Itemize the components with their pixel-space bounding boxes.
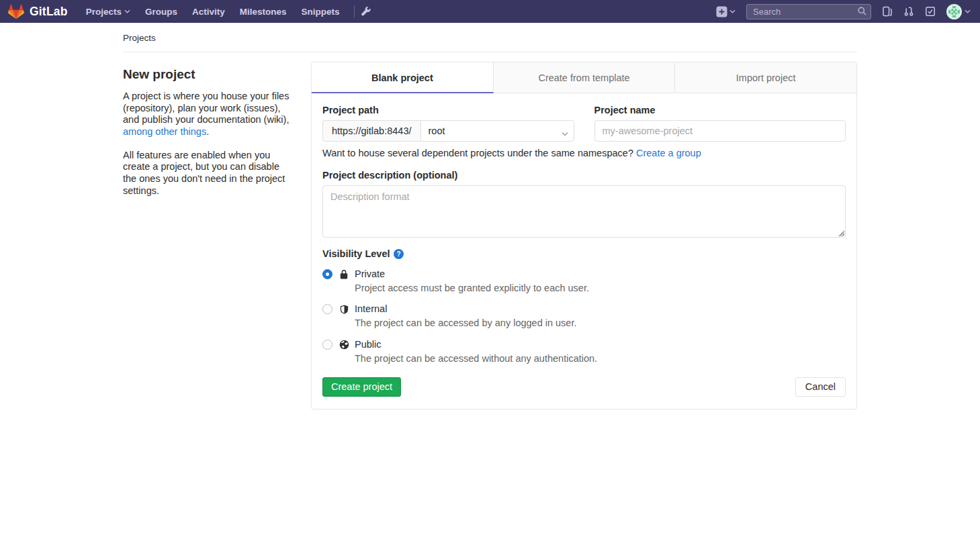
internal-radio[interactable] [322, 304, 332, 314]
namespace-select[interactable]: root [420, 120, 574, 142]
new-project-card: Blank project Create from template Impor… [311, 62, 857, 409]
visibility-level-label: Visibility Level [322, 248, 390, 259]
merge-requests-button[interactable] [903, 6, 914, 17]
tab-create-from-template[interactable]: Create from template [494, 62, 676, 93]
main-content: New project A project is where you house… [123, 62, 857, 450]
tab-blank-project[interactable]: Blank project [312, 62, 494, 93]
namespace-hint: Want to house several dependent projects… [322, 148, 846, 158]
new-menu-button[interactable] [716, 6, 736, 17]
resize-handle[interactable] [838, 230, 844, 236]
visibility-option-name: Public [355, 339, 382, 350]
url-prefix: https://gitlab:8443/ [322, 120, 420, 142]
project-path-label: Project path [322, 105, 574, 115]
nav-item-projects[interactable]: Projects [79, 0, 138, 23]
nav-item-milestones[interactable]: Milestones [232, 0, 294, 23]
visibility-option-name: Private [355, 268, 385, 279]
svg-text:?: ? [397, 250, 401, 258]
merge-request-icon [903, 6, 914, 17]
tab-import-project[interactable]: Import project [675, 62, 856, 93]
page-title: New project [123, 67, 289, 82]
public-radio[interactable] [322, 340, 332, 350]
sidebar-paragraph-1: A project is where you house your files … [123, 91, 289, 138]
sidebar-paragraph-2: All features are enabled when you create… [123, 150, 289, 197]
private-radio[interactable] [322, 269, 332, 279]
nav-item-snippets[interactable]: Snippets [294, 0, 347, 23]
breadcrumb-bar: Projects [0, 23, 980, 52]
project-name-label: Project name [594, 105, 846, 115]
cancel-button[interactable]: Cancel [795, 377, 846, 397]
chevron-down-icon [124, 9, 130, 13]
tanuki-icon [8, 4, 24, 19]
visibility-option-description: Project access must be granted explicitl… [355, 282, 589, 294]
nav-item-groups[interactable]: Groups [138, 0, 185, 23]
create-a-group-link[interactable]: Create a group [636, 148, 701, 158]
logo-wordmark: GitLab [30, 5, 68, 19]
globe-icon [339, 340, 349, 350]
nav-divider [354, 5, 355, 17]
visibility-option-description: The project can be accessed without any … [355, 352, 597, 364]
project-tabs: Blank project Create from template Impor… [312, 62, 856, 93]
project-path-group: https://gitlab:8443/ root [322, 120, 574, 142]
issues-button[interactable] [882, 6, 893, 17]
visibility-option-public[interactable]: Public The project can be accessed witho… [322, 338, 846, 364]
new-project-sidebar: New project A project is where you house… [123, 62, 289, 409]
wrench-icon [361, 7, 371, 16]
among-other-things-link[interactable]: among other things [123, 126, 206, 137]
chevron-down-icon [729, 9, 736, 13]
top-navbar: GitLab Projects Groups Activity Mileston… [0, 0, 980, 23]
todos-button[interactable] [925, 6, 936, 17]
gitlab-logo[interactable]: GitLab [8, 4, 68, 19]
shield-icon [339, 304, 349, 315]
visibility-option-private[interactable]: Private Project access must be granted e… [322, 268, 846, 294]
issues-icon [882, 6, 893, 17]
nav-item-activity[interactable]: Activity [185, 0, 232, 23]
blank-project-form: Project path https://gitlab:8443/ root [312, 93, 856, 409]
global-search [746, 4, 871, 19]
primary-nav: Projects Groups Activity Milestones Snip… [79, 0, 347, 23]
avatar [946, 4, 962, 19]
create-project-button[interactable]: Create project [322, 377, 401, 397]
plus-square-icon [716, 6, 727, 17]
search-icon [858, 7, 866, 17]
visibility-option-name: Internal [355, 303, 387, 314]
visibility-option-description: The project can be accessed by any logge… [355, 317, 576, 329]
lock-icon [339, 269, 349, 280]
visibility-option-internal[interactable]: Internal The project can be accessed by … [322, 303, 846, 329]
todos-icon [925, 6, 936, 17]
chevron-down-icon [965, 9, 971, 13]
project-name-input[interactable] [594, 120, 846, 142]
admin-wrench-button[interactable] [361, 7, 371, 16]
user-menu-button[interactable] [946, 4, 971, 19]
project-description-input[interactable] [322, 185, 846, 238]
help-icon[interactable]: ? [394, 249, 404, 259]
project-description-label: Project description (optional) [322, 170, 846, 181]
breadcrumb[interactable]: Projects [123, 33, 156, 43]
search-input[interactable] [746, 4, 871, 19]
